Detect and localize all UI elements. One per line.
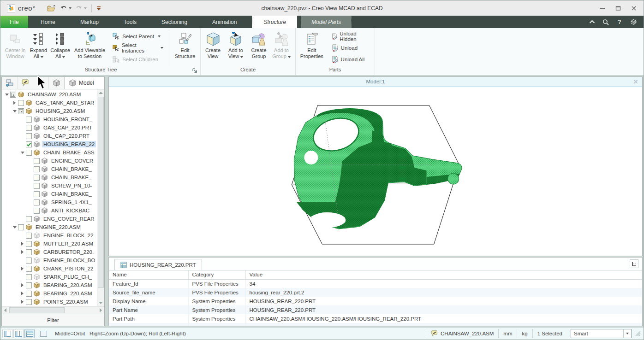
tree-item-checkbox[interactable] bbox=[26, 150, 32, 156]
tree-item-checkbox[interactable] bbox=[26, 117, 32, 123]
tree-item-label[interactable]: CHAIN_BRAKE_ bbox=[50, 174, 93, 181]
tree-item-checkbox[interactable] bbox=[26, 282, 32, 288]
tree-item[interactable]: BEARING_220.ASM bbox=[2, 281, 97, 289]
tree-item[interactable]: CHAIN_BRAKE_ bbox=[2, 173, 97, 182]
tab-views-pane[interactable] bbox=[49, 77, 65, 89]
tree-item-label[interactable]: BEARING_220.ASM bbox=[42, 282, 93, 288]
column-header-value[interactable]: Value bbox=[245, 270, 642, 279]
tree-item-checkbox[interactable] bbox=[34, 183, 40, 189]
tree-item[interactable]: ENG_COVER_REAR bbox=[2, 215, 97, 223]
search-icon[interactable] bbox=[602, 18, 609, 26]
layout-split-horizontal-button[interactable] bbox=[24, 329, 35, 338]
tree-item[interactable]: ENGINE_BLOCK_22 bbox=[2, 231, 97, 240]
tab-model-pane[interactable]: Model bbox=[65, 77, 104, 89]
add-viewable-to-session-button[interactable]: Add Viewable to Session bbox=[72, 29, 108, 65]
open-file-button[interactable] bbox=[46, 3, 58, 14]
tree-item-checkbox[interactable] bbox=[10, 92, 16, 98]
ribbon-collapse-icon[interactable] bbox=[588, 18, 596, 26]
expand-arrow-icon[interactable] bbox=[12, 101, 18, 105]
tree-horizontal-scrollbar[interactable] bbox=[2, 306, 104, 314]
tab-animation[interactable]: Animation bbox=[200, 16, 249, 28]
select-instances-button[interactable]: Select Instances bbox=[111, 43, 165, 53]
tree-item-label[interactable]: ENGINE_220.ASM bbox=[34, 224, 82, 230]
maximize-button[interactable] bbox=[611, 3, 625, 13]
tree-item-checkbox[interactable] bbox=[26, 233, 32, 239]
tree-item[interactable]: SPRING_1-4X1_ bbox=[2, 198, 97, 206]
tab-markup[interactable]: Markup bbox=[68, 16, 111, 28]
tree-item-checkbox[interactable] bbox=[34, 166, 40, 172]
tree-item-checkbox[interactable] bbox=[26, 141, 32, 147]
tree-item[interactable]: POINTS_220.ASM bbox=[2, 298, 97, 306]
tree-item[interactable]: CHAIN_BRAKE_ bbox=[2, 190, 97, 198]
expand-arrow-icon[interactable] bbox=[19, 292, 25, 295]
tree-item-label[interactable]: GAS_TANK_AND_STAR bbox=[34, 100, 95, 106]
property-row[interactable]: Source_file_namePVS File Propertieshousi… bbox=[109, 288, 642, 297]
tree-item-label[interactable]: HOUSING_REAR_22 bbox=[42, 141, 96, 147]
selection-mode-dropdown[interactable]: Smart bbox=[571, 329, 632, 338]
tree-item[interactable]: SCREW_PN_10- bbox=[2, 182, 97, 190]
tree-item-checkbox[interactable] bbox=[34, 199, 40, 205]
unload-all-button[interactable]: Unload All bbox=[329, 54, 371, 64]
tree-item-label[interactable]: ENG_COVER_REAR bbox=[42, 216, 96, 222]
tree-item-label[interactable]: CRANK_PISTON_22 bbox=[42, 265, 95, 272]
tree-item-checkbox[interactable] bbox=[18, 100, 24, 106]
tree-item-label[interactable]: SPARK_PLUG_CH_ bbox=[42, 274, 93, 280]
scroll-thumb[interactable] bbox=[98, 97, 104, 288]
undo-dropdown-caret-icon[interactable] bbox=[69, 7, 72, 9]
tree-item-label[interactable]: POINTS_220.ASM bbox=[42, 299, 89, 305]
tree-item[interactable]: ENGINE_220.ASM bbox=[2, 223, 97, 231]
tree-item-label[interactable]: MUFFLER_220.ASM bbox=[42, 240, 95, 247]
tree-item[interactable]: MUFFLER_220.ASM bbox=[2, 240, 97, 248]
tree-item[interactable]: ENGINE_COVER bbox=[2, 157, 97, 165]
tree-item-label[interactable]: ENGINE_COVER bbox=[50, 158, 95, 164]
redo-dropdown-caret-icon[interactable] bbox=[84, 7, 87, 9]
tree-item[interactable]: CHAIN_BRAKE_ bbox=[2, 165, 97, 173]
property-row[interactable]: Ol_File_NameSystem Propertieschainsaw_22… bbox=[109, 323, 642, 326]
tree-item-checkbox[interactable] bbox=[34, 208, 40, 214]
tree-item-label[interactable]: CARBURETOR_220. bbox=[42, 249, 95, 255]
tree-item[interactable]: BEARING_220.ASM bbox=[2, 289, 97, 298]
tree-item[interactable]: CRANK_PISTON_22 bbox=[2, 264, 97, 273]
help-icon[interactable]: ? bbox=[616, 18, 623, 26]
tree-item-checkbox[interactable] bbox=[26, 249, 32, 255]
active-model-indicator[interactable]: CHAINSAW_220.ASM bbox=[426, 329, 498, 338]
expand-arrow-icon[interactable] bbox=[19, 300, 25, 304]
tree-item-label[interactable]: ENGINE_BLOCK_22 bbox=[42, 232, 95, 239]
tree-item-label[interactable]: ENGINE_BLOCK_BO bbox=[42, 257, 96, 264]
customize-quick-access-button[interactable] bbox=[95, 3, 102, 14]
tab-file[interactable]: File bbox=[0, 16, 28, 28]
properties-tab[interactable]: HOUSING_REAR_220.PRT bbox=[114, 259, 202, 270]
column-header-category[interactable]: Category bbox=[188, 270, 245, 279]
expand-arrow-icon[interactable] bbox=[19, 152, 25, 154]
tree-item-label[interactable]: CHAIN_BRAKE_ASS bbox=[42, 149, 96, 156]
selection-count[interactable]: 1 Selected bbox=[532, 329, 567, 338]
undo-button[interactable] bbox=[59, 3, 73, 14]
tree-item[interactable]: SPARK_PLUG_CH_ bbox=[2, 273, 97, 281]
tab-sectioning[interactable]: Sectioning bbox=[149, 16, 200, 28]
create-view-button[interactable]: Create View bbox=[202, 29, 224, 65]
tab-selection-pane[interactable] bbox=[33, 77, 49, 89]
property-row[interactable]: Part PathSystem PropertiesCHAINSAW_220.A… bbox=[109, 314, 642, 323]
tree-item[interactable]: HOUSING_FRONT_ bbox=[2, 115, 97, 123]
scroll-down-button[interactable] bbox=[97, 299, 104, 306]
panel-expand-icon[interactable] bbox=[630, 259, 638, 268]
tree-item[interactable]: GAS_TANK_AND_STAR bbox=[2, 99, 97, 107]
tree-item-checkbox[interactable] bbox=[26, 125, 32, 131]
expand-arrow-icon[interactable] bbox=[12, 110, 18, 112]
expand-all-button[interactable]: Expand All bbox=[28, 29, 49, 65]
tab-model-parts[interactable]: Model Parts bbox=[301, 16, 352, 28]
filter-button[interactable]: Filter bbox=[2, 314, 104, 326]
tab-tools[interactable]: Tools bbox=[111, 16, 149, 28]
create-group-button[interactable]: Create Group bbox=[248, 29, 270, 65]
viewport-close-button[interactable]: ✕ bbox=[632, 78, 639, 85]
property-row[interactable]: Feature_IdPVS File Properties34 bbox=[109, 279, 642, 288]
tree-item-label[interactable]: CHAIN_BRAKE_ bbox=[50, 166, 93, 172]
edit-properties-button[interactable]: Edit Properties bbox=[297, 29, 327, 65]
tree-vertical-scrollbar[interactable] bbox=[97, 89, 104, 306]
tree-item[interactable]: CHAIN_BRAKE_ASS bbox=[2, 148, 97, 157]
tree-item[interactable]: HOUSING_220.ASM bbox=[2, 107, 97, 115]
tree-item[interactable]: ANTI_KICKBAC bbox=[2, 206, 97, 215]
tab-annotations-pane[interactable] bbox=[18, 77, 33, 89]
layout-two-columns-button[interactable] bbox=[13, 329, 24, 338]
redo-button[interactable] bbox=[74, 3, 88, 14]
